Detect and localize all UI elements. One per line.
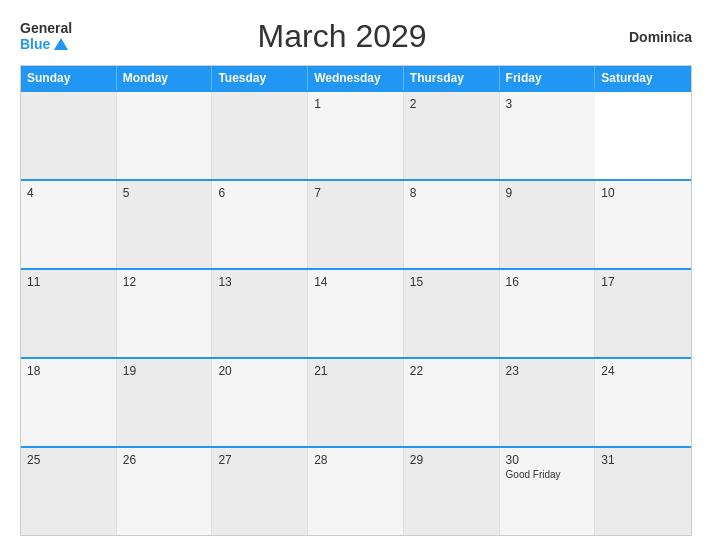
- day-2: 2: [410, 97, 493, 111]
- cell-mar-15: 15: [404, 270, 500, 357]
- calendar-title: March 2029: [72, 18, 612, 55]
- logo-blue-row: Blue: [20, 36, 68, 52]
- cell-mar-24: 24: [595, 359, 691, 446]
- day-18: 18: [27, 364, 110, 378]
- calendar-row-4: 25 26 27 28 29 30 Good Friday: [21, 446, 691, 535]
- day-15: 15: [410, 275, 493, 289]
- day-9: 9: [506, 186, 589, 200]
- calendar-row-1: 4 5 6 7 8 9 10: [21, 179, 691, 268]
- cell-mar-7: 7: [308, 181, 404, 268]
- day-3: 3: [506, 97, 590, 111]
- logo-blue-text: Blue: [20, 36, 50, 52]
- day-14: 14: [314, 275, 397, 289]
- day-13: 13: [218, 275, 301, 289]
- day-6: 6: [218, 186, 301, 200]
- day-4: 4: [27, 186, 110, 200]
- calendar-body: 1 2 3 4 5 6: [21, 90, 691, 535]
- day-29: 29: [410, 453, 493, 467]
- calendar: Sunday Monday Tuesday Wednesday Thursday…: [20, 65, 692, 536]
- day-20: 20: [218, 364, 301, 378]
- cell-empty-1: [21, 92, 117, 179]
- cell-mar-20: 20: [212, 359, 308, 446]
- cell-mar-13: 13: [212, 270, 308, 357]
- cell-mar-1: 1: [308, 92, 404, 179]
- day-17: 17: [601, 275, 685, 289]
- cell-mar-17: 17: [595, 270, 691, 357]
- day-28: 28: [314, 453, 397, 467]
- header-thursday: Thursday: [404, 66, 500, 90]
- header-friday: Friday: [500, 66, 596, 90]
- cell-mar-30: 30 Good Friday: [500, 448, 596, 535]
- logo-triangle-icon: [54, 38, 68, 50]
- cell-mar-5: 5: [117, 181, 213, 268]
- cell-mar-27: 27: [212, 448, 308, 535]
- logo: General Blue: [20, 21, 72, 52]
- cell-mar-28: 28: [308, 448, 404, 535]
- cell-mar-11: 11: [21, 270, 117, 357]
- day-12: 12: [123, 275, 206, 289]
- cell-mar-12: 12: [117, 270, 213, 357]
- day-30: 30: [506, 453, 589, 467]
- day-27: 27: [218, 453, 301, 467]
- day-8: 8: [410, 186, 493, 200]
- cell-mar-4: 4: [21, 181, 117, 268]
- cell-mar-16: 16: [500, 270, 596, 357]
- cell-mar-31: 31: [595, 448, 691, 535]
- calendar-row-3: 18 19 20 21 22 23 24: [21, 357, 691, 446]
- day-26: 26: [123, 453, 206, 467]
- cell-mar-23: 23: [500, 359, 596, 446]
- page: General Blue March 2029 Dominica Sunday …: [0, 0, 712, 550]
- header-saturday: Saturday: [595, 66, 691, 90]
- day-10: 10: [601, 186, 685, 200]
- header-sunday: Sunday: [21, 66, 117, 90]
- header-monday: Monday: [117, 66, 213, 90]
- cell-mar-29: 29: [404, 448, 500, 535]
- calendar-row-2: 11 12 13 14 15 16 17: [21, 268, 691, 357]
- day-21: 21: [314, 364, 397, 378]
- day-5: 5: [123, 186, 206, 200]
- logo-general-text: General: [20, 21, 72, 36]
- day-23: 23: [506, 364, 589, 378]
- cell-mar-19: 19: [117, 359, 213, 446]
- cell-mar-22: 22: [404, 359, 500, 446]
- country-label: Dominica: [612, 29, 692, 45]
- day-1: 1: [314, 97, 397, 111]
- cell-mar-6: 6: [212, 181, 308, 268]
- cell-mar-25: 25: [21, 448, 117, 535]
- cell-mar-2: 2: [404, 92, 500, 179]
- day-31: 31: [601, 453, 685, 467]
- day-24: 24: [601, 364, 685, 378]
- header: General Blue March 2029 Dominica: [20, 18, 692, 55]
- cell-mar-14: 14: [308, 270, 404, 357]
- cell-mar-18: 18: [21, 359, 117, 446]
- header-tuesday: Tuesday: [212, 66, 308, 90]
- day-16: 16: [506, 275, 589, 289]
- cell-mar-8: 8: [404, 181, 500, 268]
- cell-mar-10: 10: [595, 181, 691, 268]
- day-11: 11: [27, 275, 110, 289]
- header-wednesday: Wednesday: [308, 66, 404, 90]
- day-19: 19: [123, 364, 206, 378]
- good-friday-label: Good Friday: [506, 469, 589, 480]
- cell-empty-3: [212, 92, 308, 179]
- day-7: 7: [314, 186, 397, 200]
- calendar-header: Sunday Monday Tuesday Wednesday Thursday…: [21, 66, 691, 90]
- cell-mar-21: 21: [308, 359, 404, 446]
- day-25: 25: [27, 453, 110, 467]
- calendar-row-0: 1 2 3: [21, 90, 691, 179]
- cell-mar-3: 3: [500, 92, 596, 179]
- cell-mar-26: 26: [117, 448, 213, 535]
- cell-mar-9: 9: [500, 181, 596, 268]
- cell-empty-2: [117, 92, 213, 179]
- day-22: 22: [410, 364, 493, 378]
